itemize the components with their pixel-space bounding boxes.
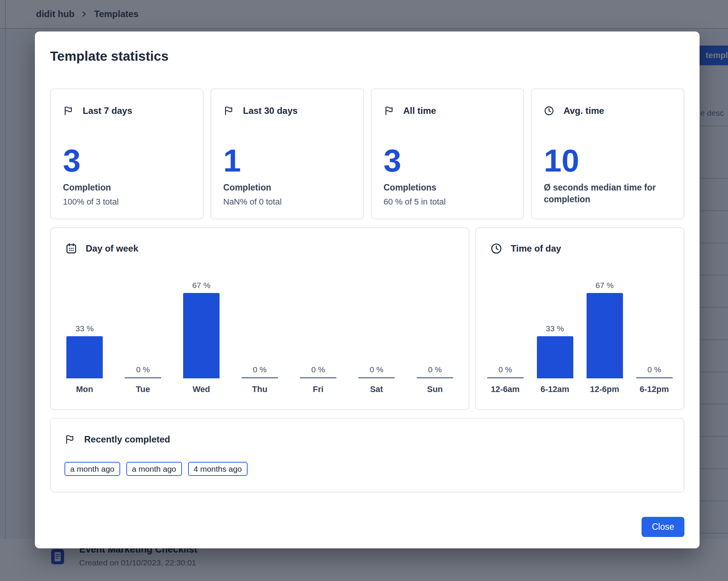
- stat-card-all-time: All time 3 Completions 60 % of 5 in tota…: [371, 88, 524, 219]
- bar-category-label: 12-6am: [491, 384, 520, 394]
- bar-category-label: Mon: [76, 384, 93, 394]
- stat-metric: Completion: [63, 182, 191, 194]
- modal-footer: Close: [50, 517, 684, 537]
- stat-card-header: All time: [384, 105, 511, 117]
- bar-category-label: Thu: [252, 384, 267, 394]
- flag-icon: [223, 105, 234, 116]
- bar-value-label: 0 %: [253, 365, 267, 374]
- bar: [487, 377, 524, 378]
- bar: [537, 336, 573, 378]
- recent-chips-row: a month agoa month ago4 months ago: [64, 462, 670, 476]
- day-of-week-chart-card: Day of week 33 %Mon0 %Tue67 %Wed0 %Thu0 …: [50, 227, 469, 410]
- bar: [183, 293, 220, 378]
- bar: [242, 377, 278, 378]
- bar-value-label: 67 %: [192, 281, 210, 290]
- bar-value-label: 67 %: [596, 281, 614, 290]
- bar: [587, 293, 623, 378]
- bar-category-label: 6-12pm: [640, 384, 669, 394]
- stat-metric: Completion: [223, 182, 351, 194]
- bar-column: 0 %Tue: [114, 257, 172, 394]
- bar: [66, 336, 103, 378]
- stat-value: 3: [384, 145, 511, 176]
- recent-completion-chip[interactable]: 4 months ago: [188, 462, 248, 476]
- bar-category-label: Tue: [136, 384, 150, 394]
- bar-column: 67 %12-6pm: [580, 257, 629, 394]
- bar-value-label: 33 %: [75, 324, 94, 333]
- bar-value-label: 0 %: [311, 365, 325, 374]
- stat-value: 3: [63, 145, 191, 176]
- stat-label: Avg. time: [563, 105, 604, 117]
- stat-card-header: Last 30 days: [223, 105, 351, 117]
- stat-value: 10: [544, 145, 672, 176]
- flag-icon: [64, 434, 75, 445]
- bar-category-label: 12-6pm: [590, 384, 619, 394]
- chart-title: Day of week: [86, 243, 138, 254]
- bar-value-label: 0 %: [647, 365, 661, 374]
- stat-label: Last 7 days: [83, 105, 132, 117]
- chart-header: Time of day: [480, 242, 679, 255]
- bar-value-label: 33 %: [546, 324, 564, 333]
- bar: [636, 377, 673, 378]
- stat-card-last-30-days: Last 30 days 1 Completion NaN% of 0 tota…: [210, 88, 364, 219]
- recent-completion-chip[interactable]: a month ago: [64, 462, 120, 476]
- modal-title: Template statistics: [50, 48, 684, 64]
- bar-column: 0 %Fri: [289, 257, 347, 394]
- bar-category-label: Sat: [370, 384, 383, 394]
- stats-row: Last 7 days 3 Completion 100% of 3 total…: [50, 88, 684, 219]
- day-of-week-bars: 33 %Mon0 %Tue67 %Wed0 %Thu0 %Fri0 %Sat0 …: [55, 257, 464, 394]
- stat-value: 1: [223, 145, 351, 176]
- chart-header: Day of week: [55, 242, 464, 255]
- stat-detail: NaN% of 0 total: [223, 197, 351, 207]
- clock-icon: [490, 242, 502, 255]
- stat-detail: 100% of 3 total: [63, 197, 191, 207]
- bar-column: 33 %Mon: [55, 257, 114, 394]
- time-of-day-bars: 0 %12-6am33 %6-12am67 %12-6pm0 %6-12pm: [480, 257, 679, 394]
- stat-card-last-7-days: Last 7 days 3 Completion 100% of 3 total: [50, 88, 204, 219]
- stat-detail: 60 % of 5 in total: [384, 197, 511, 207]
- bar-column: 67 %Wed: [172, 257, 231, 394]
- bar-column: 0 %Sat: [347, 257, 406, 394]
- bar-category-label: Fri: [313, 384, 323, 394]
- bar-category-label: Wed: [193, 384, 210, 394]
- bar-column: 0 %12-6am: [480, 257, 530, 394]
- charts-row: Day of week 33 %Mon0 %Tue67 %Wed0 %Thu0 …: [50, 227, 684, 410]
- close-button[interactable]: Close: [642, 517, 684, 537]
- bar-column: 0 %6-12pm: [629, 257, 679, 394]
- bar: [300, 377, 336, 378]
- flag-icon: [63, 105, 74, 116]
- stat-label: All time: [403, 105, 436, 117]
- bar: [417, 377, 453, 378]
- clock-icon: [544, 105, 554, 116]
- recent-completion-chip[interactable]: a month ago: [126, 462, 182, 476]
- bar-column: 0 %Sun: [406, 257, 464, 394]
- calendar-icon: [65, 242, 77, 255]
- template-statistics-modal: Template statistics Last 7 days 3 Comple…: [35, 31, 700, 548]
- stat-card-avg-time: Avg. time 10 Ø seconds median time for c…: [531, 88, 684, 219]
- bar-value-label: 0 %: [428, 365, 442, 374]
- bar: [358, 377, 395, 378]
- bar-category-label: Sun: [427, 384, 443, 394]
- stat-card-header: Avg. time: [544, 105, 672, 117]
- recently-completed-label: Recently completed: [84, 434, 170, 445]
- stat-card-header: Last 7 days: [63, 105, 191, 117]
- recently-completed-card: Recently completed a month agoa month ag…: [50, 418, 684, 493]
- stat-metric: Completions: [384, 182, 511, 194]
- recently-completed-header: Recently completed: [64, 434, 670, 445]
- bar-value-label: 0 %: [136, 365, 150, 374]
- bar-value-label: 0 %: [498, 365, 512, 374]
- chart-title: Time of day: [511, 243, 561, 254]
- bar: [125, 377, 161, 378]
- stat-label: Last 30 days: [243, 105, 298, 117]
- bar-value-label: 0 %: [370, 365, 383, 374]
- stat-metric: Ø seconds median time for completion: [544, 182, 672, 205]
- bar-column: 33 %6-12am: [530, 257, 580, 394]
- flag-icon: [384, 105, 394, 116]
- time-of-day-chart-card: Time of day 0 %12-6am33 %6-12am67 %12-6p…: [475, 227, 684, 410]
- bar-category-label: 6-12am: [541, 384, 570, 394]
- bar-column: 0 %Thu: [231, 257, 289, 394]
